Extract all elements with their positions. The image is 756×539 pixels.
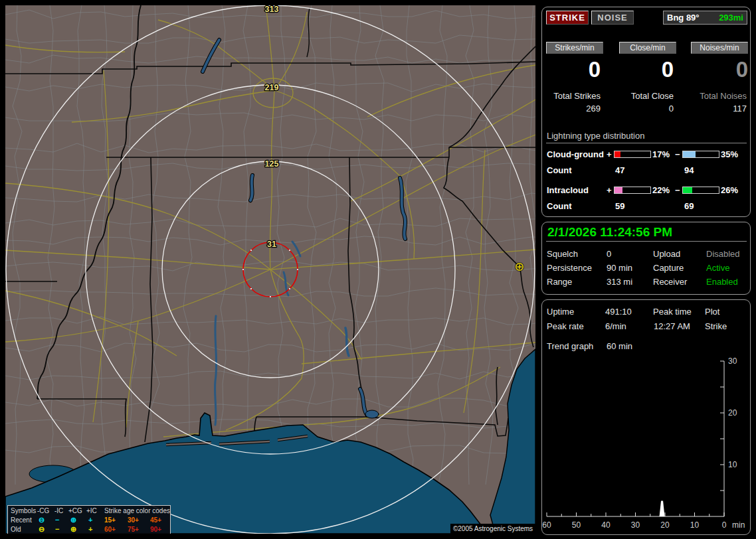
recent-pos-cg-icon: ⊕	[70, 516, 76, 524]
receiver-label: Receiver	[653, 277, 687, 287]
ring-label-31: 31	[267, 240, 276, 249]
ic-count-label: Count	[547, 201, 572, 211]
age-30: 30+	[128, 516, 139, 524]
uptime-label: Uptime	[547, 307, 574, 317]
squelch-label: Squelch	[547, 249, 578, 259]
svg-text:10: 10	[690, 520, 700, 530]
total-noises-label: Total Noises	[679, 91, 747, 101]
legend-symbols-header: Symbols	[11, 507, 36, 514]
capture-status: Active	[706, 263, 729, 273]
noises-per-min-button[interactable]: Noises/min	[691, 42, 748, 54]
recent-neg-ic-icon: −	[55, 516, 59, 524]
trend-graph-chart: 6050403020100min302010	[542, 353, 751, 532]
intracloud-label: Intracloud	[547, 185, 589, 195]
cloud-ground-label: Cloud-ground	[547, 149, 604, 159]
cg-count-label: Count	[547, 165, 572, 175]
map-display[interactable]: 313 219 125 31 Symbols -CG -IC +CG +IC S…	[5, 5, 535, 534]
persistence-label: Persistence	[547, 263, 592, 273]
legend-col-neg-cg: -CG	[37, 507, 49, 514]
cg-negative-pct: 35%	[721, 149, 738, 159]
recent-pos-ic-icon: +	[88, 516, 92, 524]
datetime-display: 2/1/2026 11:24:56 PM	[547, 225, 672, 240]
datetime-rule	[546, 241, 747, 242]
squelch-value: 0	[607, 249, 611, 259]
svg-text:60: 60	[542, 520, 551, 530]
svg-text:0: 0	[722, 520, 727, 530]
cg-minus-sign: −	[675, 149, 680, 159]
legend-row-old-label: Old	[11, 526, 21, 533]
cg-negative-count: 94	[684, 165, 694, 175]
strikes-per-min-value: 0	[546, 58, 601, 82]
map-canvas[interactable]: 313 219 125 31	[5, 5, 535, 534]
old-pos-cg-icon: ⊕	[70, 525, 76, 534]
legend-col-pos-ic: +IC	[86, 507, 97, 514]
ring-label-125: 125	[265, 159, 279, 169]
svg-text:min: min	[732, 520, 745, 530]
old-pos-ic-icon: +	[88, 525, 92, 533]
cg-positive-pct: 17%	[652, 149, 670, 159]
old-neg-cg-icon: ⊖	[39, 525, 45, 534]
distribution-rule	[546, 143, 747, 143]
ic-positive-bar	[614, 187, 651, 194]
legend-col-pos-cg: +CG	[68, 507, 82, 514]
cg-positive-bar	[614, 151, 651, 158]
ic-minus-sign: −	[675, 185, 680, 195]
ic-negative-count: 69	[684, 201, 694, 211]
total-noises-value: 117	[679, 104, 747, 114]
peak-rate-label: Peak rate	[547, 321, 584, 331]
close-per-min-value: 0	[619, 58, 674, 82]
ic-negative-bar	[682, 187, 719, 194]
total-strikes-label: Total Strikes	[546, 91, 601, 101]
bearing-readout: Bng 89° 293mi	[663, 11, 747, 25]
ic-positive-count: 59	[615, 201, 624, 211]
strike-mode-button[interactable]: STRIKE	[546, 11, 589, 25]
ic-plus-sign: +	[607, 185, 612, 195]
peak-time-label: Peak time	[653, 307, 692, 317]
bearing-range: 293mi	[719, 11, 743, 24]
cg-positive-count: 47	[615, 165, 624, 175]
session-panel: Uptime 491:10 Peak time Plot Peak rate 6…	[541, 299, 751, 535]
peak-rate-value: 6/min	[605, 321, 626, 331]
svg-text:50: 50	[572, 520, 581, 530]
strikes-per-min-button[interactable]: Strikes/min	[546, 42, 603, 54]
range-label: Range	[547, 277, 572, 287]
age-60: 60+	[104, 526, 116, 533]
legend-col-neg-ic: -IC	[54, 507, 63, 514]
ring-label-313: 313	[265, 5, 279, 14]
distribution-header: Lightning type distribution	[547, 131, 644, 141]
trend-graph-label: Trend graph	[547, 341, 593, 351]
range-value: 313 mi	[607, 277, 632, 287]
uptime-value: 491:10	[605, 307, 632, 317]
ic-negative-pct: 26%	[721, 185, 738, 195]
old-neg-ic-icon: −	[55, 525, 59, 533]
total-close-label: Total Close	[619, 91, 674, 101]
status-panel: 2/1/2026 11:24:56 PM Squelch 0 Upload Di…	[541, 222, 751, 295]
close-per-min-button[interactable]: Close/min	[619, 42, 676, 54]
strike-counter-panel: STRIKE NOISE Bng 89° 293mi Strikes/min C…	[541, 7, 751, 217]
plot-value: Strike	[705, 321, 727, 331]
age-15: 15+	[104, 516, 116, 524]
persistence-value: 90 min	[607, 263, 632, 273]
svg-text:30: 30	[631, 520, 640, 530]
age-45: 45+	[150, 516, 161, 524]
recent-neg-cg-icon: ⊖	[39, 516, 45, 524]
receiver-status: Enabled	[706, 277, 738, 287]
noise-mode-button[interactable]: NOISE	[591, 11, 634, 25]
total-strikes-value: 269	[546, 104, 601, 114]
svg-text:40: 40	[601, 520, 611, 530]
noises-per-min-value: 0	[679, 58, 748, 82]
ic-positive-pct: 22%	[652, 185, 670, 195]
age-90: 90+	[150, 526, 161, 533]
svg-text:20: 20	[660, 520, 670, 530]
plot-label: Plot	[705, 307, 719, 317]
legend-age-header: Strike age color codes	[104, 507, 170, 514]
total-close-value: 0	[619, 104, 674, 114]
ring-label-219: 219	[265, 83, 279, 92]
app-window: 313 219 125 31 Symbols -CG -IC +CG +IC S…	[0, 0, 756, 539]
svg-text:30: 30	[728, 356, 737, 366]
strike-symbol-old-pos-cg[interactable]	[515, 262, 524, 271]
age-75: 75+	[128, 526, 139, 533]
legend-row-recent-label: Recent	[11, 516, 32, 524]
copyright-text: ©2005 Astrogenic Systems	[450, 524, 535, 534]
cg-negative-bar	[682, 151, 719, 158]
